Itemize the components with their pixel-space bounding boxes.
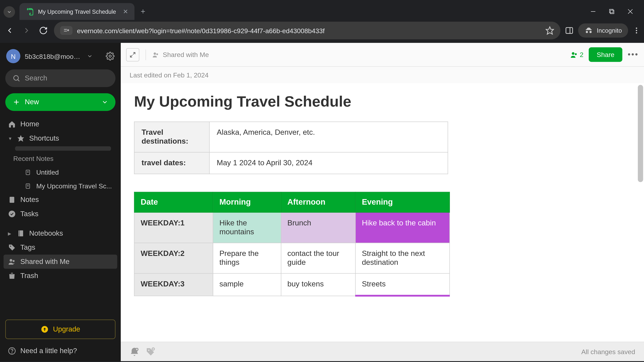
sidebar-item-notes[interactable]: Notes — [4, 193, 117, 207]
note-icon — [24, 183, 32, 189]
col-evening[interactable]: Evening — [355, 192, 450, 212]
tab-title: My Upcoming Travel Schedule — [38, 8, 116, 15]
day-cell[interactable]: WEEKDAY:3 — [134, 273, 213, 296]
svg-point-27 — [8, 211, 15, 217]
side-panel-icon[interactable] — [565, 26, 574, 35]
breadcrumb-shared[interactable]: Shared with Me — [152, 51, 209, 58]
scrollbar-thumb[interactable] — [638, 85, 643, 182]
col-date[interactable]: Date — [134, 192, 213, 212]
bookmark-icon[interactable] — [546, 26, 554, 35]
share-button-label: Share — [597, 51, 614, 58]
evening-cell[interactable]: Hike back to the cabin — [355, 212, 450, 243]
divider — [146, 49, 146, 60]
tab-search-button[interactable] — [4, 6, 15, 17]
svg-point-31 — [10, 259, 12, 262]
sidebar: N 5b3c818b@mood... Search New Home — [0, 43, 121, 361]
forward-button[interactable] — [20, 24, 33, 37]
col-morning[interactable]: Morning — [213, 192, 281, 212]
sidebar-item-tags[interactable]: Tags — [4, 241, 117, 255]
afternoon-cell[interactable]: buy tokens — [281, 273, 355, 296]
recent-note-item[interactable]: My Upcoming Travel Sc... — [4, 179, 117, 193]
morning-cell[interactable]: Prepare the things — [213, 243, 281, 273]
day-cell[interactable]: WEEKDAY:1 — [134, 212, 213, 243]
notebook-icon — [17, 229, 25, 237]
sidebar-item-shared[interactable]: Shared with Me — [4, 255, 117, 269]
svg-point-41 — [148, 350, 149, 351]
help-link[interactable]: Need a little help? — [4, 343, 117, 357]
morning-cell[interactable]: Hike the mountains — [213, 212, 281, 243]
day-cell[interactable]: WEEKDAY:2 — [134, 243, 213, 273]
browser-tab[interactable]: My Upcoming Travel Schedule ✕ — [20, 3, 134, 20]
collapse-icon[interactable]: ▼ — [8, 136, 12, 141]
info-value[interactable]: May 1 2024 to April 30, 2024 — [210, 152, 448, 174]
svg-line-16 — [18, 80, 19, 81]
note-title[interactable]: My Upcoming Travel Schedule — [134, 93, 631, 110]
add-tag-icon[interactable] — [146, 347, 155, 357]
shortcut-placeholder — [15, 146, 111, 151]
plus-icon — [12, 98, 20, 106]
incognito-indicator[interactable]: Incognito — [578, 23, 628, 37]
home-icon — [8, 120, 16, 128]
afternoon-cell[interactable]: Brunch — [281, 212, 355, 243]
user-avatar[interactable]: N — [6, 49, 20, 63]
close-tab-icon[interactable]: ✕ — [123, 8, 128, 15]
sidebar-item-shortcuts[interactable]: ▼ Shortcuts — [4, 131, 117, 145]
tag-icon — [8, 244, 16, 251]
incognito-label: Incognito — [597, 27, 622, 34]
svg-rect-1 — [610, 9, 613, 12]
help-icon — [8, 347, 16, 355]
evening-cell[interactable]: Straight to the next destination — [355, 243, 450, 273]
incognito-icon — [584, 26, 593, 35]
people-icon — [8, 258, 16, 266]
recent-note-item[interactable]: Untitled — [4, 165, 117, 179]
save-status: All changes saved — [581, 348, 635, 356]
evening-cell[interactable]: Streets — [355, 273, 450, 296]
reload-button[interactable] — [37, 24, 50, 37]
svg-point-14 — [109, 55, 111, 57]
settings-gear-icon[interactable] — [106, 52, 114, 61]
new-label: New — [25, 98, 39, 106]
close-window-icon[interactable] — [627, 8, 634, 14]
expand-icon[interactable]: ▶ — [8, 231, 12, 236]
expand-note-button[interactable] — [126, 48, 139, 61]
sidebar-shortcuts-label: Shortcuts — [29, 134, 59, 142]
avatar-initial: N — [11, 52, 16, 60]
morning-cell[interactable]: sample — [213, 273, 281, 296]
add-reminder-icon[interactable] — [130, 347, 139, 357]
new-tab-button[interactable]: + — [141, 7, 146, 16]
share-count[interactable]: 2 — [570, 51, 584, 58]
minimize-icon[interactable] — [590, 8, 596, 14]
recent-note-label: Untitled — [36, 168, 59, 176]
browser-menu-icon[interactable] — [632, 26, 640, 34]
new-button[interactable]: New — [5, 93, 116, 111]
info-table[interactable]: Travel destinations: Alaska, America, De… — [134, 121, 448, 174]
sidebar-item-tasks[interactable]: Tasks — [4, 207, 117, 221]
user-name[interactable]: 5b3c818b@mood... — [25, 52, 82, 60]
search-input[interactable]: Search — [5, 69, 116, 87]
sidebar-item-trash[interactable]: Trash — [4, 269, 117, 283]
note-more-menu[interactable]: ••• — [628, 50, 639, 59]
svg-point-37 — [156, 53, 158, 55]
info-value[interactable]: Alaska, America, Denver, etc. — [210, 122, 448, 152]
sidebar-item-home[interactable]: Home — [4, 117, 117, 131]
sidebar-item-notebooks[interactable]: ▶ Notebooks — [4, 226, 117, 240]
url-text: evernote.com/client/web?login=true#/note… — [77, 27, 325, 34]
maximize-icon[interactable] — [608, 8, 615, 14]
help-label: Need a little help? — [20, 347, 77, 355]
svg-point-15 — [14, 76, 18, 80]
address-bar[interactable]: evernote.com/client/web?login=true#/note… — [54, 22, 560, 39]
afternoon-cell[interactable]: contact the tour guide — [281, 243, 355, 273]
info-label[interactable]: travel dates: — [134, 152, 209, 174]
account-dropdown-icon[interactable] — [87, 53, 93, 59]
search-placeholder: Search — [25, 74, 47, 82]
note-body[interactable]: My Upcoming Travel Schedule Travel desti… — [121, 83, 644, 342]
info-label[interactable]: Travel destinations: — [134, 122, 209, 152]
schedule-table[interactable]: Date Morning Afternoon Evening WEEKDAY:1… — [134, 192, 450, 297]
upgrade-label: Upgrade — [53, 325, 80, 333]
site-info-icon[interactable] — [60, 26, 72, 35]
sidebar-trash-label: Trash — [20, 272, 38, 280]
upgrade-button[interactable]: Upgrade — [5, 320, 116, 339]
col-afternoon[interactable]: Afternoon — [281, 192, 355, 212]
back-button[interactable] — [4, 24, 16, 37]
share-button[interactable]: Share — [589, 47, 622, 62]
